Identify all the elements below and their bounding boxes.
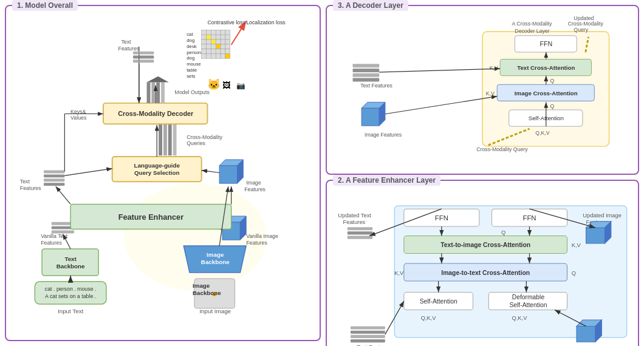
svg-text:Backbone: Backbone (201, 259, 230, 265)
left-diagram-svg: cat . person . mouse . A cat sets on a t… (11, 11, 315, 335)
svg-rect-107 (216, 54, 221, 59)
enhancer-diagram-svg: Updated Text Features Updated Image Feat… (332, 186, 633, 346)
svg-marker-200 (577, 326, 595, 342)
svg-rect-197 (351, 335, 385, 338)
svg-rect-28 (44, 171, 64, 174)
svg-rect-82 (211, 35, 216, 39)
svg-rect-86 (202, 39, 207, 44)
svg-rect-77 (216, 30, 221, 35)
svg-text:Features: Features (246, 240, 267, 246)
svg-text:A Cross-Modality: A Cross-Modality (512, 21, 553, 27)
svg-rect-95 (216, 44, 221, 49)
svg-text:K,V: K,V (394, 270, 404, 276)
svg-text:Self-Attention: Self-Attention (509, 302, 547, 308)
svg-text:Values: Values (70, 115, 87, 121)
svg-text:🖼: 🖼 (222, 81, 231, 90)
svg-line-163 (385, 97, 497, 114)
svg-text:Cross-Modality: Cross-Modality (568, 21, 604, 27)
svg-text:desk: desk (187, 44, 197, 49)
svg-rect-132 (353, 69, 380, 72)
svg-text:Queries: Queries (187, 140, 205, 146)
svg-text:Text-to-image Cross-Attention: Text-to-image Cross-Attention (440, 242, 530, 248)
svg-text:Cross-Modality: Cross-Modality (187, 134, 222, 140)
svg-text:A cat sets on a table .: A cat sets on a table . (45, 293, 96, 299)
svg-rect-118 (133, 59, 154, 63)
bottom-right-panel: 2. A Feature Enhancer Layer Updated Text… (326, 180, 639, 346)
enhancer-panel-title: 2. A Feature Enhancer Layer (333, 175, 440, 186)
svg-rect-74 (202, 30, 207, 35)
svg-rect-4 (42, 249, 98, 276)
svg-rect-19 (52, 231, 74, 234)
input-text-label: Input Text (58, 308, 84, 314)
svg-rect-29 (44, 174, 64, 177)
svg-text:Features: Features (244, 186, 265, 192)
svg-rect-109 (225, 54, 230, 59)
svg-text:Features: Features (118, 46, 140, 52)
svg-rect-104 (202, 54, 207, 59)
left-panel: 1. Model Overall cat . person . mouse . … (5, 5, 321, 341)
svg-rect-58 (151, 83, 155, 103)
svg-rect-93 (207, 44, 211, 49)
left-panel-title: 1. Model Overall (12, 0, 78, 11)
svg-text:Contrastive loss: Contrastive loss (207, 19, 245, 25)
svg-text:Cross-Modality Query: Cross-Modality Query (476, 146, 528, 152)
svg-text:Query Selection: Query Selection (134, 169, 179, 176)
svg-rect-105 (207, 54, 211, 59)
svg-text:FFN: FFN (540, 40, 552, 47)
svg-rect-108 (221, 54, 225, 59)
svg-rect-196 (351, 331, 385, 334)
svg-rect-30 (44, 178, 64, 181)
svg-rect-101 (216, 49, 221, 54)
svg-text:Text Features: Text Features (360, 83, 392, 89)
svg-text:Language-guide: Language-guide (134, 162, 180, 169)
svg-text:dog: dog (187, 38, 194, 43)
svg-rect-170 (348, 236, 372, 239)
svg-rect-90 (221, 39, 225, 44)
svg-point-0 (124, 183, 267, 290)
svg-rect-91 (225, 39, 230, 44)
svg-text:Q,K,V: Q,K,V (535, 130, 549, 136)
svg-marker-173 (586, 228, 605, 243)
svg-text:📷: 📷 (236, 81, 245, 90)
svg-text:Deformable: Deformable (512, 294, 545, 300)
svg-rect-87 (207, 39, 211, 44)
svg-text:Model Outputs: Model Outputs (175, 89, 210, 95)
right-col: 3. A Decoder Layer A Cross-Modality Deco… (326, 5, 639, 341)
svg-text:Query: Query (574, 27, 588, 33)
svg-text:Q: Q (550, 103, 555, 109)
svg-text:cat . person . mouse .: cat . person . mouse . (45, 286, 97, 292)
svg-text:Text Features: Text Features (357, 344, 391, 346)
svg-rect-103 (225, 49, 230, 54)
svg-rect-59 (156, 83, 160, 103)
svg-text:Localization loss: Localization loss (246, 19, 286, 25)
svg-text:Text: Text (64, 256, 77, 262)
svg-line-43 (202, 171, 219, 173)
svg-text:Backbone: Backbone (57, 263, 85, 270)
svg-rect-45 (163, 123, 167, 155)
svg-rect-81 (207, 35, 211, 39)
svg-rect-46 (168, 123, 172, 155)
svg-text:mouse: mouse (187, 61, 201, 67)
svg-rect-80 (202, 35, 207, 39)
decoder-panel-title: 3. A Decoder Layer (333, 0, 408, 11)
svg-text:Q: Q (572, 270, 576, 276)
svg-text:FFN: FFN (522, 214, 536, 222)
svg-text:Vanilla Image: Vanilla Image (246, 233, 278, 239)
svg-text:Features: Features (41, 240, 62, 246)
svg-rect-97 (225, 44, 230, 49)
svg-rect-92 (202, 44, 207, 49)
svg-text:K,V: K,V (486, 90, 495, 97)
svg-rect-116 (133, 52, 154, 55)
svg-text:Image Features: Image Features (365, 132, 402, 138)
svg-text:Q,K,V: Q,K,V (421, 315, 437, 321)
svg-rect-84 (221, 35, 225, 39)
svg-rect-98 (202, 49, 207, 54)
svg-rect-57 (147, 83, 151, 103)
svg-text:FFN: FFN (435, 214, 448, 222)
svg-rect-100 (211, 49, 216, 54)
svg-text:K,V: K,V (572, 242, 581, 248)
svg-text:K,V: K,V (490, 65, 498, 71)
svg-marker-61 (147, 76, 169, 83)
svg-rect-99 (207, 49, 211, 54)
svg-text:person: person (187, 50, 201, 55)
